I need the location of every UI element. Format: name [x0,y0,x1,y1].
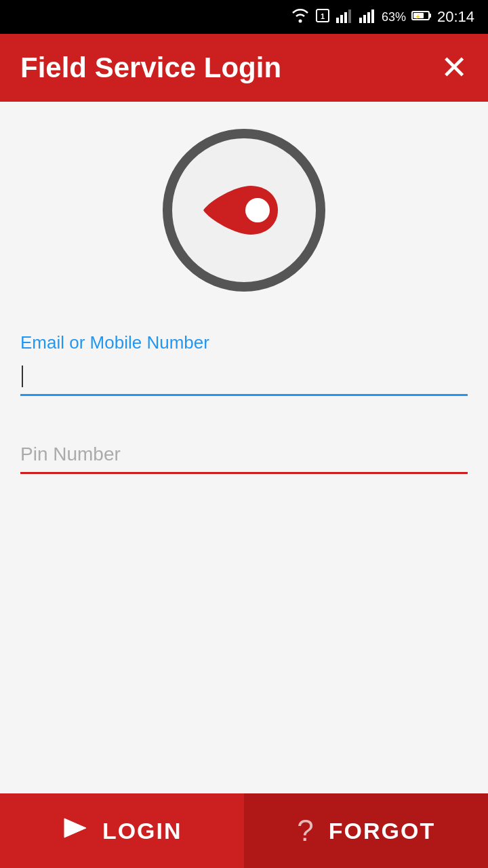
pin-form-group: Pin Number [20,437,468,515]
status-icons: 1 63% [291,8,474,26]
login-button[interactable]: LOGIN [0,793,245,868]
svg-text:1: 1 [321,12,325,20]
svg-rect-4 [340,15,343,23]
battery-level: 63% [382,10,406,24]
svg-rect-12 [429,14,431,18]
svg-rect-3 [336,18,339,23]
wifi-icon [291,8,310,26]
svg-rect-6 [348,9,351,23]
pin-placeholder: Pin Number [20,443,121,465]
app-bar: Field Service Login ✕ [0,34,488,102]
question-icon: ? [297,814,314,848]
svg-rect-9 [367,12,370,23]
svg-point-0 [298,19,302,22]
battery-icon: ⚡ [411,9,432,25]
app-logo [163,129,325,292]
status-bar: 1 63% [0,0,488,34]
login-icon [62,816,89,846]
forgot-label: FORGOT [329,818,435,844]
signal1-icon [336,8,353,26]
svg-rect-7 [359,18,362,23]
cursor [22,366,23,387]
svg-marker-16 [64,818,86,837]
email-form-group: Email or Mobile Number [20,332,468,437]
svg-rect-5 [344,12,347,23]
email-label: Email or Mobile Number [20,332,468,353]
sim1-icon: 1 [315,8,330,26]
bottom-bar: LOGIN ? FORGOT [0,793,488,868]
close-button[interactable]: ✕ [441,52,468,84]
app-title: Field Service Login [20,52,281,84]
forgot-button[interactable]: ? FORGOT [245,793,489,868]
svg-rect-10 [371,9,374,23]
svg-point-15 [245,198,270,222]
main-content: Email or Mobile Number Pin Number [0,102,488,793]
status-time: 20:14 [437,8,474,26]
svg-text:⚡: ⚡ [415,14,421,20]
signal2-icon [359,8,376,26]
login-label: LOGIN [102,818,182,844]
svg-rect-8 [363,15,366,23]
